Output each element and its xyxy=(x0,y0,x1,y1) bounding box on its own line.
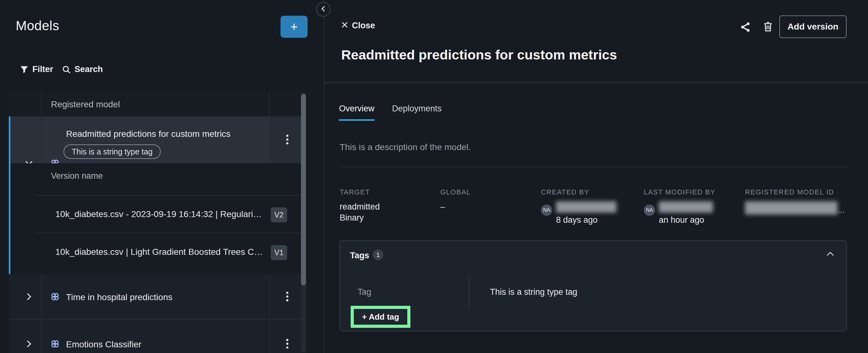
version-name-column-header: Version name xyxy=(51,171,103,181)
row-menu-kebab-icon[interactable] xyxy=(284,133,290,146)
tag-column-label: Tag xyxy=(358,287,371,297)
registered-model-name: Time in hospital predictions xyxy=(66,292,172,302)
registered-model-id-label: REGISTERED MODEL ID xyxy=(745,188,849,196)
filter-button[interactable]: Filter xyxy=(20,64,53,74)
divider xyxy=(41,91,42,163)
version-name: 10k_diabetes.csv - 2023-09-19 16:14:32 |… xyxy=(55,209,263,219)
target-label: TARGET xyxy=(340,188,440,196)
table-row-time-in-hospital[interactable]: Time in hospital predictions xyxy=(9,274,306,320)
created-time: 8 days ago xyxy=(556,215,616,225)
table-row-emotions-classifier[interactable]: Emotions Classifier xyxy=(9,320,306,353)
version-row-v2[interactable]: 10k_diabetes.csv - 2023-09-19 16:14:32 |… xyxy=(9,196,306,233)
chevron-right-icon[interactable] xyxy=(25,292,33,301)
row-menu-kebab-icon[interactable] xyxy=(284,290,290,303)
tab-overview[interactable]: Overview xyxy=(339,104,375,121)
meta-global: GLOBAL – xyxy=(440,188,541,225)
search-label: Search xyxy=(74,64,103,74)
add-tag-button[interactable]: + Add tag xyxy=(354,309,407,325)
delete-button[interactable] xyxy=(762,20,774,34)
registered-model-name: Emotions Classifier xyxy=(66,340,142,350)
plus-icon: + xyxy=(290,20,298,34)
tab-deployments[interactable]: Deployments xyxy=(392,104,442,121)
row-menu-kebab-icon[interactable] xyxy=(284,337,290,351)
table-row-readmitted-model[interactable]: Readmitted predictions for custom metric… xyxy=(9,116,306,163)
tags-card: Tags 1 Tag This is a string type tag + A… xyxy=(339,240,847,331)
chevron-left-icon xyxy=(321,5,326,13)
funnel-icon xyxy=(20,65,29,74)
redacted-username xyxy=(659,201,713,213)
target-value: readmitted Binary xyxy=(340,201,440,224)
models-page: Models + Filter Search Registered model xyxy=(0,0,868,353)
tags-count-badge: 1 xyxy=(373,249,383,260)
model-metadata: TARGET readmitted Binary GLOBAL – CREATE… xyxy=(340,188,849,225)
last-modified-label: LAST MODIFIED BY xyxy=(644,188,745,196)
models-table: Registered model Readmitted predictions … xyxy=(9,91,306,353)
chevron-up-icon xyxy=(826,252,834,257)
meta-last-modified: LAST MODIFIED BY NA an hour ago xyxy=(644,188,745,225)
version-row-v1[interactable]: 10k_diabetes.csv | Light Gradient Booste… xyxy=(9,233,306,271)
registered-model-name: Readmitted predictions for custom metric… xyxy=(66,129,230,139)
divider xyxy=(340,167,848,167)
filter-label: Filter xyxy=(32,64,53,74)
divider xyxy=(324,82,868,83)
registered-model-column-header: Registered model xyxy=(51,99,120,110)
tag-value: This is a string type tag xyxy=(490,287,578,297)
table-scrollbar-thumb[interactable] xyxy=(301,94,306,285)
selection-indicator-bar xyxy=(9,116,10,274)
created-by-label: CREATED BY xyxy=(541,188,644,196)
detail-tabs: Overview Deployments xyxy=(339,104,441,121)
meta-created-by: CREATED BY NA 8 days ago xyxy=(541,188,644,225)
close-detail-button[interactable]: Close xyxy=(341,21,375,31)
add-version-button[interactable]: Add version xyxy=(779,16,847,38)
model-detail-title: Readmitted predictions for custom metric… xyxy=(341,47,617,63)
divider xyxy=(269,91,270,163)
global-label: GLOBAL xyxy=(440,188,541,196)
search-button[interactable]: Search xyxy=(62,64,103,74)
avatar: NA xyxy=(541,205,552,216)
version-badge: V2 xyxy=(271,207,287,223)
model-tag-chip: This is a string type tag xyxy=(64,144,161,159)
chevron-right-icon[interactable] xyxy=(25,340,33,348)
version-name: 10k_diabetes.csv | Light Gradient Booste… xyxy=(55,247,263,257)
tags-card-title: Tags xyxy=(350,251,369,261)
search-icon xyxy=(62,65,71,74)
version-badge: V1 xyxy=(271,245,287,260)
add-tag-highlight-frame: + Add tag xyxy=(351,306,410,328)
model-icon xyxy=(50,339,60,349)
share-button[interactable] xyxy=(740,21,751,34)
id-ellipsis: … xyxy=(837,206,845,214)
model-description: This is a description of the model. xyxy=(340,142,471,152)
meta-registered-model-id: REGISTERED MODEL ID … xyxy=(745,188,849,225)
divider xyxy=(269,274,270,353)
redacted-username xyxy=(556,201,616,213)
divider xyxy=(469,277,469,308)
versions-section: Version name 10k_diabetes.csv - 2023-09-… xyxy=(9,163,306,274)
page-title: Models xyxy=(16,18,59,33)
model-icon xyxy=(50,292,60,301)
close-icon xyxy=(341,21,348,31)
redacted-model-id xyxy=(745,201,837,214)
collapse-tags-button[interactable] xyxy=(826,252,834,258)
meta-target: TARGET readmitted Binary xyxy=(340,188,440,225)
collapse-panel-button[interactable] xyxy=(316,2,331,17)
table-header-row: Registered model xyxy=(9,91,306,116)
global-value: – xyxy=(440,201,541,212)
avatar: NA xyxy=(644,205,655,216)
panel-divider xyxy=(324,0,324,353)
add-model-button[interactable]: + xyxy=(281,16,308,38)
add-version-label: Add version xyxy=(787,22,838,32)
divider xyxy=(41,274,42,353)
close-label: Close xyxy=(352,21,375,31)
modified-time: an hour ago xyxy=(659,215,713,225)
